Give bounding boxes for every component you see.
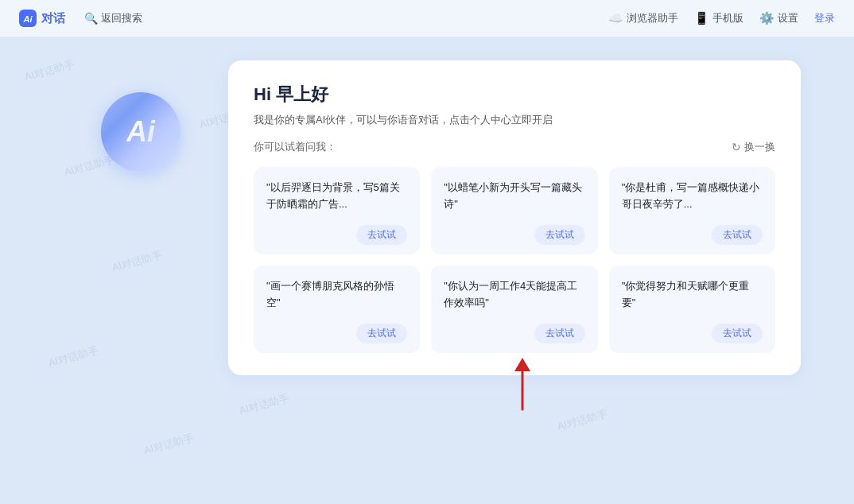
main-content: Ai Hi 早上好 我是你的专属AI伙伴，可以与你语音对话，点击个人中心立即开启… <box>0 37 854 399</box>
brand-label: 对话 <box>41 11 65 26</box>
cards-grid: "以后羿逐日为背景，写5篇关于防晒霜的广告...去试试"以蜡笔小新为开头写一篇藏… <box>254 167 775 353</box>
refresh-label: 换一换 <box>744 140 775 154</box>
nav-left: Ai 对话 🔍 返回搜索 <box>19 10 142 27</box>
settings-btn[interactable]: ⚙️ 设置 <box>759 11 798 25</box>
ai-avatar-text: Ai <box>126 115 155 149</box>
back-label: 返回搜索 <box>101 11 142 25</box>
login-label: 登录 <box>814 11 835 25</box>
nav-right: ☁️ 浏览器助手 📱 手机版 ⚙️ 设置 登录 <box>608 11 835 25</box>
try-button-1[interactable]: 去试试 <box>356 225 407 245</box>
greeting-subtitle: 我是你的专属AI伙伴，可以与你语音对话，点击个人中心立即开启 <box>254 113 775 127</box>
card-text-2: "以蜡笔小新为开头写一篇藏头诗" <box>444 180 584 217</box>
left-panel: Ai <box>53 60 228 375</box>
suggestion-card-4[interactable]: "画一个赛博朋克风格的孙悟空"去试试 <box>254 266 420 353</box>
search-icon: 🔍 <box>84 12 98 25</box>
login-btn[interactable]: 登录 <box>814 11 835 25</box>
navbar: Ai 对话 🔍 返回搜索 ☁️ 浏览器助手 📱 手机版 ⚙️ 设置 登录 <box>0 0 854 37</box>
card-text-5: "你认为一周工作4天能提高工作效率吗" <box>444 278 584 316</box>
try-hint-text: 你可以试着问我： <box>254 140 336 154</box>
try-hint-row: 你可以试着问我： ↻ 换一换 <box>254 140 775 154</box>
nav-back-btn[interactable]: 🔍 返回搜索 <box>84 11 142 25</box>
try-button-4[interactable]: 去试试 <box>356 324 407 343</box>
right-panel: Hi 早上好 我是你的专属AI伙伴，可以与你语音对话，点击个人中心立即开启 你可… <box>228 60 801 375</box>
suggestion-card-5[interactable]: "你认为一周工作4天能提高工作效率吗"去试试 <box>431 266 597 353</box>
mobile-icon: 📱 <box>694 11 709 25</box>
ai-avatar: Ai <box>101 92 181 172</box>
try-button-6[interactable]: 去试试 <box>712 324 763 343</box>
try-button-2[interactable]: 去试试 <box>534 225 585 245</box>
card-text-3: "你是杜甫，写一篇感概快递小哥日夜辛劳了... <box>622 180 763 217</box>
nav-brand[interactable]: Ai 对话 <box>19 10 65 27</box>
browser-icon: ☁️ <box>608 11 623 25</box>
try-button-5[interactable]: 去试试 <box>534 324 585 343</box>
card-text-1: "以后羿逐日为背景，写5篇关于防晒霜的广告... <box>266 180 407 217</box>
try-button-3[interactable]: 去试试 <box>712 225 763 245</box>
card-text-6: "你觉得努力和天赋哪个更重要" <box>622 278 763 316</box>
suggestion-card-1[interactable]: "以后羿逐日为背景，写5篇关于防晒霜的广告...去试试 <box>254 167 420 254</box>
refresh-btn[interactable]: ↻ 换一换 <box>732 140 775 154</box>
gear-icon: ⚙️ <box>759 11 774 25</box>
suggestion-card-3[interactable]: "你是杜甫，写一篇感概快递小哥日夜辛劳了...去试试 <box>609 167 775 254</box>
svg-text:Ai: Ai <box>23 14 33 24</box>
suggestion-card-6[interactable]: "你觉得努力和天赋哪个更重要"去试试 <box>609 266 775 353</box>
greeting-title: Hi 早上好 <box>254 83 775 107</box>
browser-helper-btn[interactable]: ☁️ 浏览器助手 <box>608 11 678 25</box>
mobile-btn[interactable]: 📱 手机版 <box>694 11 743 25</box>
suggestion-card-2[interactable]: "以蜡笔小新为开头写一篇藏头诗"去试试 <box>431 167 597 254</box>
refresh-icon: ↻ <box>732 141 741 153</box>
ai-brand-icon: Ai <box>19 10 37 27</box>
card-text-4: "画一个赛博朋克风格的孙悟空" <box>266 278 407 316</box>
